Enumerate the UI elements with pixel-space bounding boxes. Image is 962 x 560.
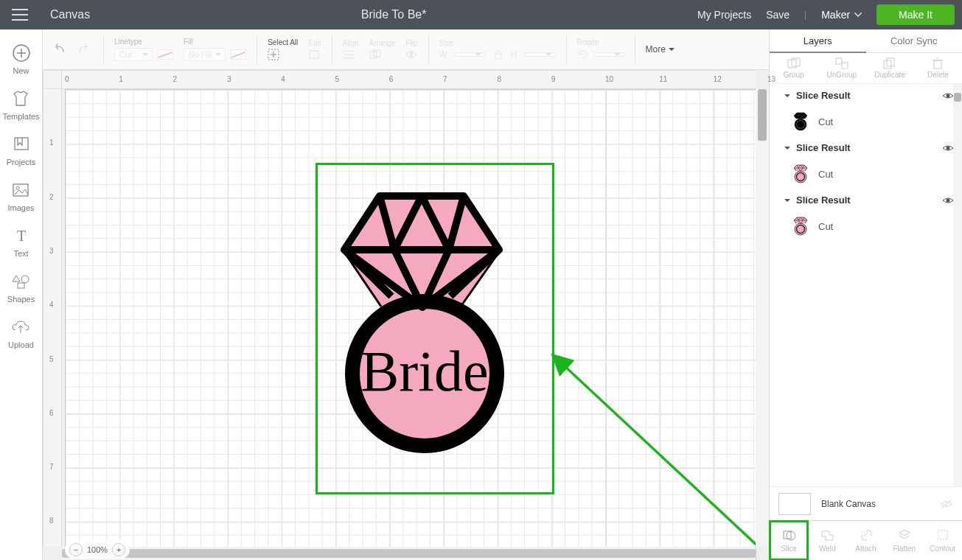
hidden-eye-icon[interactable] bbox=[940, 499, 953, 509]
text-icon: T bbox=[11, 225, 32, 246]
ruler-left: 123456789 bbox=[43, 89, 62, 547]
action-contour[interactable]: Contour bbox=[924, 521, 962, 560]
layer-thumbnail-icon bbox=[790, 216, 811, 237]
flatten-icon bbox=[898, 529, 911, 542]
layer-group-head[interactable]: Slice Result bbox=[770, 84, 962, 107]
tool-images[interactable]: Images bbox=[7, 175, 34, 217]
fill-select[interactable]: No Fill bbox=[184, 48, 226, 61]
svg-rect-6 bbox=[15, 138, 28, 150]
make-it-button[interactable]: Make It bbox=[876, 4, 955, 25]
svg-rect-30 bbox=[842, 63, 848, 69]
tshirt-icon bbox=[10, 88, 31, 109]
chevron-down-icon bbox=[854, 13, 862, 17]
redo-button[interactable] bbox=[77, 41, 93, 57]
mat-color-row: Blank Canvas bbox=[770, 486, 962, 520]
linetype-swatch[interactable] bbox=[157, 49, 173, 60]
ungroup-icon bbox=[835, 57, 848, 71]
action-flatten[interactable]: Flatten bbox=[885, 521, 924, 560]
canvas-scrollbar-vertical[interactable] bbox=[756, 89, 769, 547]
zoom-in-button[interactable]: + bbox=[112, 543, 125, 556]
select-all-group[interactable]: Select All bbox=[268, 38, 298, 60]
design-mat[interactable]: Bride bbox=[65, 89, 756, 560]
project-title: Bride To Be* bbox=[90, 8, 697, 21]
rotate-group[interactable]: Rotate bbox=[577, 38, 624, 60]
lock-icon[interactable] bbox=[493, 49, 503, 60]
canvas-text-bride: Bride bbox=[360, 339, 488, 403]
undo-button[interactable] bbox=[50, 41, 66, 57]
layer-thumbnail-icon bbox=[790, 111, 811, 132]
op-delete[interactable]: Delete bbox=[914, 53, 962, 83]
svg-point-39 bbox=[947, 146, 950, 150]
blank-canvas-label: Blank Canvas bbox=[821, 499, 876, 509]
slice-icon bbox=[782, 529, 795, 542]
save-button[interactable]: Save bbox=[766, 9, 790, 21]
flip-group[interactable]: Flip bbox=[405, 39, 417, 60]
size-w-input[interactable] bbox=[455, 52, 486, 57]
svg-rect-32 bbox=[887, 58, 894, 66]
layer-group-head[interactable]: Slice Result bbox=[770, 189, 962, 211]
canvas-viewport[interactable]: Bride bbox=[62, 89, 756, 547]
zoom-out-button[interactable]: − bbox=[69, 543, 83, 556]
layer-item[interactable]: Cut bbox=[770, 107, 962, 136]
weld-icon bbox=[820, 529, 834, 542]
tool-shapes[interactable]: Shapes bbox=[7, 267, 35, 308]
align-group[interactable]: Align bbox=[343, 39, 359, 60]
op-ungroup[interactable]: UnGroup bbox=[818, 53, 865, 83]
svg-rect-29 bbox=[836, 58, 842, 64]
svg-rect-11 bbox=[18, 283, 24, 288]
duplicate-icon bbox=[883, 57, 896, 71]
svg-point-10 bbox=[21, 276, 29, 283]
fill-swatch[interactable] bbox=[230, 49, 246, 60]
canvas-scrollbar-horizontal[interactable] bbox=[62, 547, 756, 560]
svg-line-26 bbox=[564, 365, 756, 550]
tool-projects[interactable]: Projects bbox=[7, 130, 36, 171]
svg-rect-31 bbox=[884, 60, 891, 69]
my-projects-link[interactable]: My Projects bbox=[697, 9, 751, 21]
ruler-corner bbox=[43, 70, 62, 89]
rotate-input[interactable] bbox=[593, 52, 624, 57]
zoom-value: 100% bbox=[87, 545, 108, 554]
action-slice[interactable]: Slice bbox=[770, 521, 808, 560]
tab-color-sync[interactable]: Color Sync bbox=[866, 29, 963, 53]
svg-point-42 bbox=[947, 198, 950, 202]
app-title: Canvas bbox=[40, 8, 90, 21]
size-group: Size W H bbox=[439, 39, 556, 60]
svg-rect-33 bbox=[934, 60, 941, 69]
group-icon bbox=[787, 57, 801, 71]
size-h-input[interactable] bbox=[525, 52, 556, 57]
plus-circle-icon bbox=[11, 43, 32, 63]
bookmark-icon bbox=[11, 134, 32, 155]
canvas-object-bride-ring[interactable]: Bride bbox=[334, 186, 526, 458]
op-group[interactable]: Group bbox=[770, 53, 818, 83]
mat-color-swatch[interactable] bbox=[778, 493, 811, 515]
svg-line-25 bbox=[564, 365, 756, 556]
select-all-icon bbox=[268, 49, 279, 60]
tool-upload[interactable]: Upload bbox=[8, 312, 34, 354]
layer-actions-bar: Slice Weld Attach Flatten Contour bbox=[770, 520, 962, 560]
linetype-select[interactable]: Cut bbox=[114, 48, 153, 61]
hamburger-menu-icon[interactable] bbox=[0, 0, 40, 29]
svg-rect-22 bbox=[495, 54, 501, 59]
arrange-group[interactable]: Arrange bbox=[369, 39, 396, 60]
tab-layers[interactable]: Layers bbox=[770, 29, 866, 53]
svg-rect-48 bbox=[938, 531, 947, 539]
edit-group[interactable]: Edit bbox=[308, 39, 321, 60]
layer-item[interactable]: Cut bbox=[770, 159, 962, 189]
tool-text[interactable]: T Text bbox=[11, 221, 32, 262]
action-weld[interactable]: Weld bbox=[808, 521, 846, 560]
svg-point-36 bbox=[947, 94, 950, 97]
tool-new[interactable]: New bbox=[11, 38, 32, 80]
zoom-control: − 100% + bbox=[65, 541, 130, 559]
action-attach[interactable]: Attach bbox=[846, 521, 885, 560]
machine-selector[interactable]: Maker bbox=[821, 9, 862, 21]
tool-templates[interactable]: Templates bbox=[2, 84, 39, 125]
layer-operations-bar: Group UnGroup Duplicate Delete bbox=[770, 53, 962, 84]
left-tool-rail: New Templates Projects Images T Text Sha… bbox=[0, 29, 43, 560]
app-header: Canvas Bride To Be* My Projects Save | M… bbox=[0, 0, 962, 29]
fill-group: Fill No Fill bbox=[184, 38, 246, 61]
layers-scrollbar[interactable] bbox=[953, 84, 962, 486]
layer-group-head[interactable]: Slice Result bbox=[770, 136, 962, 159]
op-duplicate[interactable]: Duplicate bbox=[866, 53, 914, 83]
more-dropdown[interactable]: More bbox=[646, 44, 675, 55]
layer-item[interactable]: Cut bbox=[770, 211, 962, 241]
